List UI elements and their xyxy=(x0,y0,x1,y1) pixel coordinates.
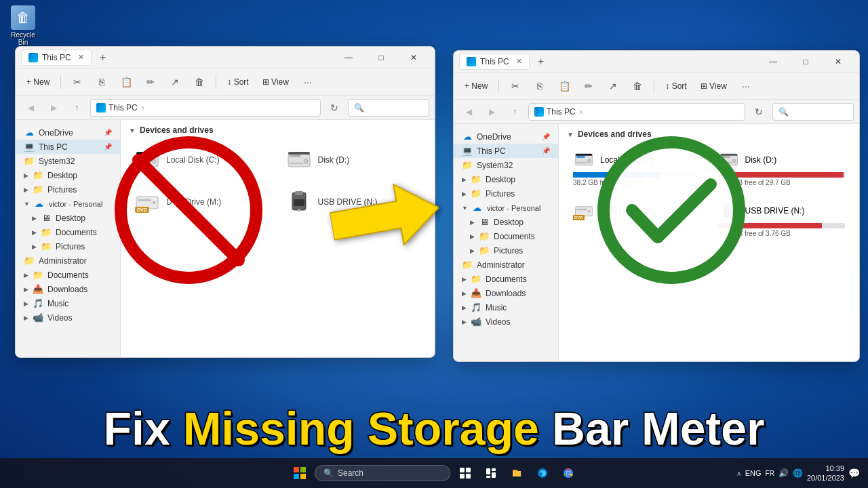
sidebar-v-desktop-left[interactable]: ▶ 🖥 Desktop xyxy=(16,211,120,225)
network-icon[interactable]: 🌐 xyxy=(793,468,803,478)
tab-add-right[interactable]: + xyxy=(532,53,550,70)
sidebar-downloads-left[interactable]: ▶ 📥 Downloads xyxy=(16,282,120,296)
search-box-right[interactable]: 🔍 xyxy=(772,103,854,121)
forward-btn-right[interactable]: ▶ xyxy=(482,102,501,121)
taskbar-task-view[interactable] xyxy=(454,462,476,484)
sidebar-pictures-label-right: Pictures xyxy=(486,189,515,199)
more-btn-left[interactable]: ··· xyxy=(297,71,319,93)
maximize-btn-left[interactable]: □ xyxy=(366,47,397,68)
share-btn-right[interactable]: ↗ xyxy=(602,75,624,97)
sidebar-music-right[interactable]: ▶ 🎵 Music xyxy=(454,300,558,314)
pc-icon-right: 💻 xyxy=(462,146,473,156)
sidebar-victor-label-left: victor - Personal xyxy=(49,200,102,208)
taskbar-chrome[interactable] xyxy=(557,462,579,484)
minimize-btn-right[interactable]: — xyxy=(757,51,789,73)
sidebar-videos-left[interactable]: ▶ 📹 Videos xyxy=(16,310,120,325)
paste-btn-right[interactable]: 📋 xyxy=(553,75,575,97)
delete-btn-right[interactable]: 🗑 xyxy=(627,75,648,97)
sidebar-desktop-label-right: Desktop xyxy=(486,175,515,184)
sidebar-pictures-right[interactable]: ▶ 📁 Pictures xyxy=(454,186,558,201)
recycle-bin-icon[interactable]: 🗑 Recycle Bin xyxy=(5,5,41,46)
delete-btn-left[interactable]: 🗑 xyxy=(189,71,210,93)
taskbar-edge[interactable] xyxy=(532,462,553,484)
sidebar-admin-right[interactable]: 📁 Administrator xyxy=(454,258,558,272)
sidebar-onedrive-left[interactable]: ☁ OneDrive 📌 xyxy=(16,125,120,140)
system-clock[interactable]: 10:39 20/01/2023 xyxy=(807,464,844,483)
expand-vdocs-right: ▶ xyxy=(470,233,475,240)
sidebar-victor-left[interactable]: ▼ ☁ victor - Personal xyxy=(16,197,120,211)
desktop-icon-right: 📁 xyxy=(471,174,481,184)
sidebar-system32-right[interactable]: 📁 System32 xyxy=(454,158,558,172)
sidebar-v-docs-right[interactable]: ▶ 📁 Documents xyxy=(454,229,558,243)
address-path-right[interactable]: This PC › xyxy=(528,103,745,121)
more-btn-right[interactable]: ··· xyxy=(735,75,757,97)
maximize-btn-right[interactable]: □ xyxy=(790,51,821,73)
sidebar-onedrive-right[interactable]: ☁ OneDrive 📌 xyxy=(454,129,558,144)
copy-btn-left[interactable]: ⎘ xyxy=(91,71,113,93)
tab-close-left[interactable]: ✕ xyxy=(78,53,84,62)
minimize-btn-left[interactable]: — xyxy=(333,47,364,68)
sidebar-downloads-right[interactable]: ▶ 📥 Downloads xyxy=(454,286,558,300)
share-btn-left[interactable]: ↗ xyxy=(164,71,186,93)
sidebar-system32-left[interactable]: 📁 System32 xyxy=(16,154,120,168)
search-icon-left: 🔍 xyxy=(354,103,364,113)
view-btn-right[interactable]: ⊞ View xyxy=(695,79,732,94)
sidebar-docs-right[interactable]: ▶ 📁 Documents xyxy=(454,272,558,286)
sidebar-thispc-right[interactable]: 💻 This PC 📌 xyxy=(454,144,558,158)
recycle-bin-label: Recycle Bin xyxy=(5,31,41,46)
toolbar-sep-1 xyxy=(60,75,61,89)
search-box-left[interactable]: 🔍 xyxy=(348,99,429,117)
refresh-btn-right[interactable]: ↻ xyxy=(749,102,768,121)
taskbar-search[interactable]: 🔍 Search xyxy=(315,465,450,481)
tab-add-left[interactable]: + xyxy=(94,49,112,66)
sort-btn-right[interactable]: ↕ Sort xyxy=(660,79,692,94)
close-btn-right[interactable]: ✕ xyxy=(823,51,854,73)
tab-this-pc-left[interactable]: This PC ✕ xyxy=(21,49,92,66)
sidebar-v-pics-left[interactable]: ▶ 📁 Pictures xyxy=(16,239,120,253)
tab-close-right[interactable]: ✕ xyxy=(516,57,522,66)
sidebar-admin-left[interactable]: 📁 Administrator xyxy=(16,253,120,268)
videos-icon-right: 📹 xyxy=(471,317,481,327)
sidebar-victor-right[interactable]: ▼ ☁ victor - Personal xyxy=(454,201,558,215)
sidebar-music-left[interactable]: ▶ 🎵 Music xyxy=(16,296,120,310)
new-btn-left[interactable]: + New xyxy=(21,75,55,89)
sidebar-music-label-right: Music xyxy=(486,303,507,312)
sidebar-v-desktop-right[interactable]: ▶ 🖥 Desktop xyxy=(454,215,558,229)
sort-btn-left[interactable]: ↕ Sort xyxy=(222,75,254,89)
cut-btn-left[interactable]: ✂ xyxy=(66,71,88,93)
up-btn-right[interactable]: ↑ xyxy=(505,102,524,121)
sidebar-docs-left[interactable]: ▶ 📁 Documents xyxy=(16,268,120,282)
expand-vpics-left: ▶ xyxy=(32,243,37,250)
rename-btn-right[interactable]: ✏ xyxy=(578,75,599,97)
close-btn-left[interactable]: ✕ xyxy=(398,47,429,68)
copy-btn-right[interactable]: ⎘ xyxy=(529,75,551,97)
address-path-left[interactable]: This PC › xyxy=(90,99,321,117)
view-btn-left[interactable]: ⊞ View xyxy=(257,75,294,89)
sidebar-pictures-left[interactable]: ▶ 📁 Pictures xyxy=(16,182,120,197)
sidebar-thispc-left[interactable]: 💻 This PC 📌 xyxy=(16,140,120,154)
taskbar-explorer[interactable] xyxy=(506,462,528,484)
sidebar-v-docs-left[interactable]: ▶ 📁 Documents xyxy=(16,225,120,239)
forward-btn-left[interactable]: ▶ xyxy=(44,98,63,117)
new-btn-right[interactable]: + New xyxy=(459,79,493,94)
sidebar-desktop-left[interactable]: ▶ 📁 Desktop xyxy=(16,168,120,182)
sidebar-desktop-right[interactable]: ▶ 📁 Desktop xyxy=(454,172,558,186)
tab-this-pc-right[interactable]: This PC ✕ xyxy=(459,54,530,70)
rename-btn-left[interactable]: ✏ xyxy=(140,71,161,93)
sidebar-pictures-label-left: Pictures xyxy=(47,185,77,195)
notification-icon[interactable]: 💬 xyxy=(848,468,860,479)
back-btn-left[interactable]: ◀ xyxy=(21,98,40,117)
expand-desktop-right: ▶ xyxy=(462,176,467,183)
up-btn-left[interactable]: ↑ xyxy=(67,98,86,117)
sidebar-videos-right[interactable]: ▶ 📹 Videos xyxy=(454,314,558,329)
sidebar-v-pics-right[interactable]: ▶ 📁 Pictures xyxy=(454,243,558,258)
back-btn-right[interactable]: ◀ xyxy=(459,102,478,121)
taskbar-widgets[interactable] xyxy=(480,462,502,484)
start-button[interactable] xyxy=(289,462,311,484)
paste-btn-left[interactable]: 📋 xyxy=(115,71,137,93)
tray-chevron[interactable]: ∧ xyxy=(736,470,741,477)
volume-icon[interactable]: 🔊 xyxy=(778,468,789,478)
drive-d-left[interactable]: Disk (D:) xyxy=(281,142,427,178)
refresh-btn-left[interactable]: ↻ xyxy=(325,98,344,117)
cut-btn-right[interactable]: ✂ xyxy=(505,75,526,97)
